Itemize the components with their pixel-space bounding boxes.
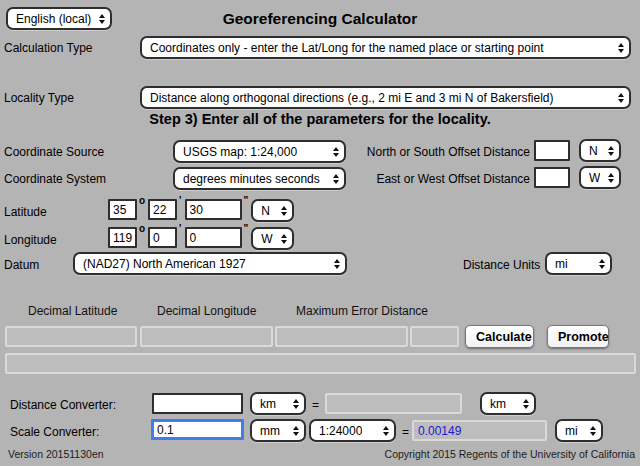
decimal-latitude-header: Decimal Latitude xyxy=(28,304,117,318)
scale-converter-output xyxy=(412,420,547,441)
longitude-direction-value: W xyxy=(261,232,272,246)
decimal-latitude-output xyxy=(5,326,137,347)
select-arrows-icon xyxy=(602,173,614,183)
latitude-direction-select[interactable]: N xyxy=(251,199,294,222)
select-arrows-icon xyxy=(602,146,614,156)
minute-symbol: ' xyxy=(179,223,181,234)
maximum-error-output xyxy=(275,326,408,347)
degree-symbol: o xyxy=(139,223,145,234)
scale-equals-sign: = xyxy=(402,425,409,439)
second-symbol: " xyxy=(244,195,249,206)
step-heading: Step 3) Enter all of the parameters for … xyxy=(0,111,640,127)
decimal-longitude-header: Decimal Longitude xyxy=(157,304,256,318)
distance-converter-output xyxy=(325,393,462,414)
distance-converter-label: Distance Converter: xyxy=(10,398,116,412)
scale-result-unit-value: mi xyxy=(565,424,578,438)
degree-symbol: o xyxy=(139,195,145,206)
select-arrows-icon xyxy=(612,43,624,53)
north-south-offset-label: North or South Offset Distance xyxy=(330,145,530,159)
select-arrows-icon xyxy=(593,259,605,269)
latitude-label: Latitude xyxy=(4,205,47,219)
datum-label: Datum xyxy=(4,258,39,272)
distance-to-unit-select[interactable]: km xyxy=(480,392,536,415)
scale-ratio-select[interactable]: 1:24000 xyxy=(309,419,396,442)
select-arrows-icon xyxy=(377,426,389,436)
distance-units-label: Distance Units xyxy=(463,258,540,272)
calculation-type-select[interactable]: Coordinates only - enter the Lat/Long fo… xyxy=(140,36,631,59)
locality-type-value: Distance along orthogonal directions (e.… xyxy=(150,91,554,105)
version-text: Version 20151130en xyxy=(8,448,104,460)
north-south-direction-select[interactable]: N xyxy=(579,139,621,162)
longitude-direction-select[interactable]: W xyxy=(251,227,294,250)
east-west-direction-value: W xyxy=(589,171,600,185)
decimal-longitude-output xyxy=(140,326,273,347)
scale-unit-select[interactable]: mm xyxy=(250,419,306,442)
second-symbol: " xyxy=(244,223,249,234)
georeferencing-calculator-window: English (local) Georeferencing Calculato… xyxy=(0,0,640,466)
latitude-seconds-input[interactable] xyxy=(185,199,242,220)
longitude-label: Longitude xyxy=(4,233,57,247)
scale-unit-value: mm xyxy=(260,424,280,438)
distance-units-select[interactable]: mi xyxy=(545,252,612,275)
promote-button[interactable]: Promote xyxy=(547,325,609,348)
longitude-degrees-input[interactable] xyxy=(108,227,137,248)
select-arrows-icon xyxy=(517,399,529,409)
select-arrows-icon xyxy=(287,399,299,409)
scale-ratio-value: 1:24000 xyxy=(319,424,362,438)
distance-from-unit-value: km xyxy=(260,397,276,411)
select-arrows-icon xyxy=(275,206,287,216)
distance-equals-sign: = xyxy=(312,398,319,412)
coordinate-source-value: USGS map: 1:24,000 xyxy=(183,145,297,159)
select-arrows-icon xyxy=(584,426,596,436)
maximum-error-distance-header: Maximum Error Distance xyxy=(296,304,428,318)
select-arrows-icon xyxy=(275,234,287,244)
latitude-degrees-input[interactable] xyxy=(108,199,137,220)
locality-type-label: Locality Type xyxy=(4,91,74,105)
locality-string-output xyxy=(5,353,636,374)
distance-to-unit-value: km xyxy=(490,397,506,411)
select-arrows-icon xyxy=(328,259,340,269)
distance-converter-input[interactable] xyxy=(152,393,243,414)
latitude-direction-value: N xyxy=(261,204,270,218)
coordinate-source-select[interactable]: USGS map: 1:24,000 xyxy=(173,140,346,163)
minute-symbol: ' xyxy=(179,195,181,206)
latitude-minutes-input[interactable] xyxy=(148,199,177,220)
scale-converter-label: Scale Converter: xyxy=(10,425,99,439)
select-arrows-icon xyxy=(287,426,299,436)
north-south-offset-input[interactable] xyxy=(534,140,570,161)
distance-from-unit-select[interactable]: km xyxy=(250,392,306,415)
copyright-text: Copyright 2015 Regents of the University… xyxy=(385,448,635,460)
scale-converter-input[interactable] xyxy=(151,419,244,440)
east-west-direction-select[interactable]: W xyxy=(579,166,621,189)
datum-select[interactable]: (NAD27) North American 1927 xyxy=(73,252,347,275)
error-units-output xyxy=(410,326,459,347)
coordinate-system-value: degrees minutes seconds xyxy=(183,172,320,186)
calculation-type-label: Calculation Type xyxy=(4,41,93,55)
east-west-offset-label: East or West Offset Distance xyxy=(330,172,530,186)
calculate-button[interactable]: Calculate xyxy=(465,325,534,348)
north-south-direction-value: N xyxy=(589,144,598,158)
east-west-offset-input[interactable] xyxy=(534,167,570,188)
scale-result-unit-select[interactable]: mi xyxy=(555,419,603,442)
locality-type-select[interactable]: Distance along orthogonal directions (e.… xyxy=(140,86,631,109)
longitude-seconds-input[interactable] xyxy=(185,227,242,248)
distance-units-value: mi xyxy=(555,257,568,271)
page-title: Georeferencing Calculator xyxy=(0,10,640,28)
coordinate-system-label: Coordinate System xyxy=(4,172,106,186)
calculation-type-value: Coordinates only - enter the Lat/Long fo… xyxy=(150,41,544,55)
coordinate-system-select[interactable]: degrees minutes seconds xyxy=(173,167,346,190)
datum-value: (NAD27) North American 1927 xyxy=(83,257,246,271)
coordinate-source-label: Coordinate Source xyxy=(4,145,104,159)
select-arrows-icon xyxy=(612,93,624,103)
longitude-minutes-input[interactable] xyxy=(148,227,177,248)
